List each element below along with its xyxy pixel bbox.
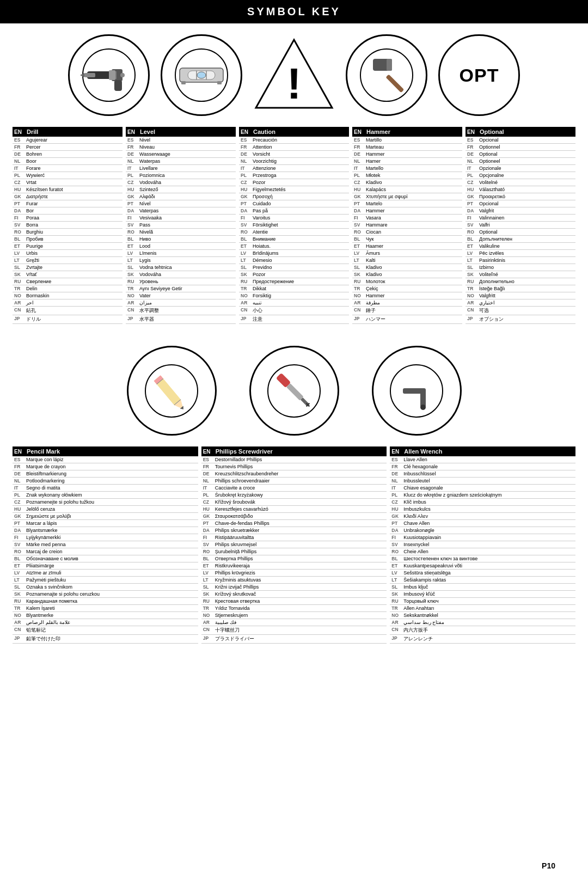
table-row: PTOpcional [465,200,575,207]
table-row: FRTournevis Phillips [201,463,387,470]
table-row: PTChave Allen [390,520,575,527]
table-row: LVPhillips krūvgriezis [201,570,387,577]
table-row: FIVasara [352,215,462,222]
table-row: NOVater [126,292,236,299]
svg-rect-5 [114,80,122,91]
table-row: HUVálasztható [465,186,575,193]
table-row: FIVaroitus [239,215,349,222]
table-row: FIValinnainen [465,215,575,222]
allen-icon [387,361,446,421]
table-row: ETHoiatus. [239,243,349,250]
table-row: DAPhilips skruetrækker [201,527,387,534]
table-row: PLOpcjonalne [465,172,575,179]
table-row: SVInsexnyckel [390,541,575,548]
table-row: ROAtentie [239,229,349,236]
table-row: CZPozor [239,179,349,186]
table-row: BLВнимание [239,236,349,243]
table-row: GKΣημειώστε με μολύβι [13,513,198,520]
hammer-symbol [346,34,427,116]
table-row: FILyijykynämerkki [13,534,198,541]
table-row: SLVodna tehtnica [126,264,236,271]
table-row: LTPasirinktinis [465,257,575,264]
table-row: PTNível [126,200,236,207]
table-row: GKΠροσοχή [239,193,349,200]
table-row: DAPas på [239,207,349,215]
table-row: ESLlave Allen [390,456,575,463]
table-row: PTMartelo [352,200,462,207]
table-row: FROptionnel [465,144,575,151]
table-row: HUFigyelmeztetés [239,186,349,193]
table-row: FRNiveau [126,144,236,151]
table-row: ARمفتاح ربط سداسي [390,619,575,626]
table-row: CZVrtat [13,179,122,186]
table-row: PTChave-de-fendas Phillips [201,520,387,527]
table-row: RUПредостережение [239,278,349,285]
table-row: NLPhillips schroevendraaier [201,478,387,485]
table-pencil: ENPencil MarkESMarque con lápizFRMarque … [13,446,198,644]
table-row: ESMarque con lápiz [13,456,198,463]
table-row: SVValfri [465,222,575,229]
table-row: ARمطرقة [352,299,462,307]
svg-rect-6 [109,70,115,80]
table-row: HUKészítsen furatot [13,186,122,193]
table-row: ETValikuline [465,243,575,250]
table-row: CZVolitelné [465,179,575,186]
table-row: NOBormaskin [13,292,122,299]
table-row: ROȘurubelniță Phillips [201,548,387,555]
table-row: LVPēc izvēles [465,250,575,257]
table-row: NOSekskantnøkkel [390,612,575,619]
svg-point-12 [197,72,206,78]
table-row: ARفك صليبية [201,619,387,626]
hammer-icon [357,45,416,105]
level-icon [171,45,231,105]
table-row: DEKreuzschlitzschraubendreher [201,470,387,478]
svg-point-39 [420,405,426,410]
table-row: SVHammare [352,222,462,229]
table-row: CN可选 [465,307,575,315]
table-row: ESDestornillador Phillips [201,456,387,463]
table-row: LTLygis [126,257,236,264]
table-row: HUImbuszkulcs [390,506,575,513]
optional-symbol: OPT [438,34,520,116]
table-row: LVBrīdinājums [239,250,349,257]
table-row: DAHammer [352,207,462,215]
table-row: FRAttention [239,144,349,151]
table-row: FRPercer [13,144,122,151]
table-caution: ENCautionESPrecauciónFRAttentionDEVorsic… [239,127,349,324]
table-row: CZVodováha [126,179,236,186]
svg-rect-3 [84,73,95,77]
table-row: NLInbussleutel [390,478,575,485]
table-row: ITChiave esagonale [390,485,575,492]
table-row: NLPotloodmarkering [13,478,198,485]
table-row: ESNivel [126,137,236,144]
table-row: FIKuusiotappiavain [390,534,575,541]
table-row: DAValgfrit [465,207,575,215]
table-row: SVPass [126,222,236,229]
table-row: ETKuuskantpesapeakruvi võti [390,562,575,570]
table-row: ESAgujerear [13,137,122,144]
table-row: NLBoor [13,158,122,165]
table-row: NLHamer [352,158,462,165]
table-row: ESMartillo [352,137,462,144]
table-row: SLIzbirno [465,264,575,271]
table-row: SVFörsiktighet [239,222,349,229]
table-row: RUКрестовая отвертка [201,598,387,605]
table-hammer: ENHammerESMartilloFRMarteauDEHammerNLHam… [352,127,462,324]
svg-rect-38 [420,388,426,407]
table-row: ITMartello [352,165,462,172]
table-row: CZKladivo [352,179,462,186]
table-allen: ENAllen WrenchESLlave AllenFRClé hexagon… [390,446,575,644]
svg-marker-4 [80,73,84,77]
table-row: SKPoznamenajte si polohu ceruzkou [13,591,198,598]
table-row: SVBorra [13,222,122,229]
table-row: ITLivellare [126,165,236,172]
table-row: LVUrbis [13,250,122,257]
table-row: JPドリル [13,315,122,324]
table-row: ITForare [13,165,122,172]
allen-symbol [372,346,462,436]
table-row: CN内六方扳手 [390,626,575,635]
tables-row-bottom: ENPencil MarkESMarque con lápizFRMarque … [0,446,588,644]
table-row: ITAttenzione [239,165,349,172]
table-row: ARتنبيه [239,299,349,307]
level-symbol [161,34,242,116]
